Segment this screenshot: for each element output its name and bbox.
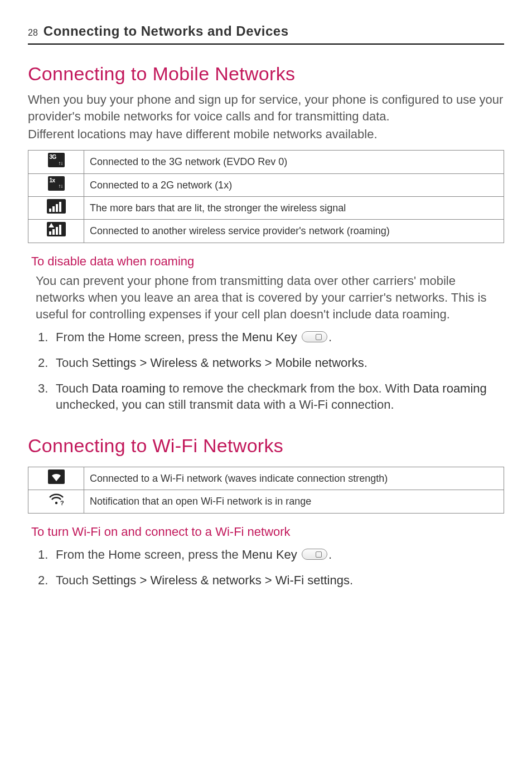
chapter-title: Connecting to Networks and Devices (43, 22, 289, 40)
step-text: Touch (56, 356, 92, 370)
step-text: . (328, 548, 332, 561)
mobile-status-table: Connected to the 3G network (EVDO Rev 0)… (28, 150, 504, 243)
table-row: Connected to a Wi-Fi network (waves indi… (28, 467, 504, 490)
roaming-signal-icon (47, 222, 66, 236)
section-title-wifi: Connecting to Wi-Fi Networks (28, 433, 504, 459)
step-text: From the Home screen, press the (56, 330, 242, 344)
section-title-mobile: Connecting to Mobile Networks (28, 61, 504, 87)
page-number: 28 (28, 27, 38, 39)
menu-key-label: Menu Key (242, 548, 297, 561)
step-text: to remove the checkmark from the box. Wi… (166, 381, 413, 395)
svg-point-0 (55, 502, 57, 504)
table-row: Connected to the 3G network (EVDO Rev 0) (28, 151, 504, 173)
table-row: Connected to another wireless service pr… (28, 220, 504, 243)
menu-key-icon (302, 331, 327, 342)
table-cell: Connected to a 2G network (1x) (84, 173, 504, 196)
step-text: . (350, 573, 353, 587)
data-roaming-label: Data roaming (413, 381, 487, 395)
settings-path: Settings > Wireless & networks > Wi-Fi s… (92, 573, 350, 587)
steps-list: 1. From the Home screen, press the Menu … (28, 546, 504, 588)
wifi-status-table: Connected to a Wi-Fi network (waves indi… (28, 467, 504, 514)
steps-list: 1. From the Home screen, press the Menu … (28, 329, 504, 413)
table-row: ? Notification that an open Wi-Fi networ… (28, 490, 504, 513)
one-x-icon (48, 176, 65, 191)
subheading-wifi-connect: To turn Wi-Fi on and connect to a Wi-Fi … (31, 524, 504, 540)
step-text: Touch (56, 573, 92, 587)
wifi-connected-icon (48, 469, 65, 484)
table-row: Connected to a 2G network (1x) (28, 173, 504, 196)
data-roaming-label: Data roaming (92, 381, 166, 395)
step-text: Touch (56, 381, 92, 395)
table-row: The more bars that are lit, the stronger… (28, 196, 504, 219)
body-paragraph: When you buy your phone and sign up for … (28, 91, 504, 124)
table-cell: The more bars that are lit, the stronger… (84, 196, 504, 219)
step-text: . (328, 330, 332, 344)
list-item: 2. Touch Settings > Wireless & networks … (54, 572, 504, 589)
body-paragraph: Different locations may have different m… (28, 126, 504, 143)
table-cell: Connected to a Wi-Fi network (waves indi… (84, 467, 504, 490)
menu-key-label: Menu Key (242, 330, 297, 344)
menu-key-icon (302, 549, 327, 560)
subheading-roaming: To disable data when roaming (31, 253, 504, 270)
list-item: 3. Touch Data roaming to remove the chec… (54, 380, 504, 413)
table-cell: Connected to another wireless service pr… (84, 220, 504, 243)
three-g-icon (48, 153, 65, 167)
running-header: 28 Connecting to Networks and Devices (28, 22, 504, 45)
body-paragraph: You can prevent your phone from transmit… (36, 273, 504, 322)
list-item: 1. From the Home screen, press the Menu … (54, 329, 504, 346)
step-text: unchecked, you can still transmit data w… (56, 398, 394, 411)
settings-path: Settings > Wireless & networks > Mobile … (92, 356, 364, 370)
signal-bars-icon (47, 199, 66, 214)
list-item: 2. Touch Settings > Wireless & networks … (54, 355, 504, 371)
step-text: . (364, 356, 367, 370)
svg-text:?: ? (60, 500, 64, 506)
step-text: From the Home screen, press the (56, 548, 242, 561)
table-cell: Notification that an open Wi-Fi network … (84, 490, 504, 513)
list-item: 1. From the Home screen, press the Menu … (54, 546, 504, 563)
wifi-open-icon: ? (48, 492, 65, 507)
table-cell: Connected to the 3G network (EVDO Rev 0) (84, 151, 504, 173)
